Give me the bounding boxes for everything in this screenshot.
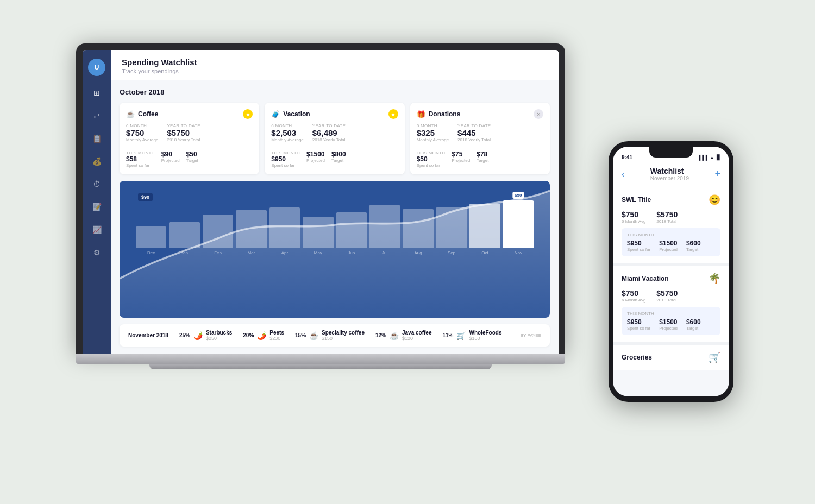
miami-spent-label: Spent so far [627, 326, 650, 331]
miami-total-value: $5750 [656, 289, 678, 298]
bar-apr-label: Apr [281, 250, 288, 255]
add-button[interactable]: + [714, 168, 720, 180]
swl-target: $600 Target [686, 240, 701, 252]
phone-notch [649, 147, 693, 158]
miami-target: $600 Target [686, 318, 701, 331]
payee-java: 12% ☕ Java coffee $120 [375, 330, 432, 341]
donations-6month-label: 6 MONTH [417, 123, 449, 128]
donations-spent-value: $50 [417, 155, 446, 163]
bar-jan-fill [169, 222, 199, 248]
swl-6month-label: 6 Month Avg [622, 219, 645, 224]
payee-starbucks: 25% 🌶️ Starbucks $250 [179, 330, 232, 341]
bar-sep-label: Sep [448, 250, 455, 255]
sidebar-icon-dashboard[interactable]: ⊞ [91, 87, 103, 99]
miami-target-value: $600 [686, 318, 701, 326]
bar-jul: Jul [369, 205, 400, 255]
card-coffee: ☕ Coffee ★ 6 MONTH $750 Monthl [120, 103, 259, 174]
card-coffee-stats: 6 MONTH $750 Monthly Average YEAR TO DAT… [126, 123, 253, 142]
payee-wholefoods: 11% 🛒 WholeFoods $100 [442, 330, 501, 341]
bar-nov: $50 Nov [503, 200, 534, 255]
vacation-6month: 6 MONTH $2,503 Monthly Average [271, 123, 303, 142]
bar-jun: Jun [336, 212, 367, 255]
bar-jun-label: Jun [348, 250, 355, 255]
chart-tooltip: $90 [138, 193, 153, 201]
card-vacation-title-row: 🧳 Vacation [271, 110, 310, 118]
miami-projected: $1500 Projected [659, 318, 678, 331]
coffee-spent-label: Spent so far [126, 163, 155, 168]
groceries-emoji: 🛒 [709, 351, 720, 363]
miami-6month-value: $750 [622, 289, 645, 298]
speciality-info: Speciality coffee $150 [322, 330, 365, 341]
card-donations-title-row: 🎁 Donations [417, 110, 461, 118]
swl-month-values: $950 Spent so far $1500 Projected $600 T… [627, 240, 715, 252]
star-badge-coffee[interactable]: ★ [243, 109, 253, 119]
bar-sep: Sep [436, 207, 467, 255]
miami-this-month-label: This Month [627, 311, 715, 316]
speciality-name: Speciality coffee [322, 330, 365, 336]
sidebar-icon-watchlist[interactable]: ⏱ [91, 178, 103, 190]
card-donations: 🎁 Donations ✕ 6 MONTH $325 Mo [410, 103, 550, 174]
user-avatar[interactable]: U [88, 59, 105, 76]
bar-mar-label: Mar [248, 250, 255, 255]
card-donations-title: Donations [429, 110, 461, 118]
page-title: Spending Watchlist [122, 58, 548, 67]
sidebar-icon-reports[interactable]: 📋 [91, 133, 103, 144]
star-badge-vacation[interactable]: ★ [388, 109, 398, 119]
swl-total: $5750 2018 Total [656, 210, 678, 224]
bar-feb: Feb [203, 215, 233, 255]
phone-time: 9:41 [622, 154, 632, 160]
miami-6month: $750 6 Month Avg [622, 289, 645, 303]
wholefoods-pct: 11% [442, 332, 453, 338]
sidebar-icon-settings[interactable]: ⚙ [91, 247, 103, 259]
peets-pct: 20% [243, 332, 254, 338]
coffee-ytd: YEAR TO DATE $5750 2018 Yearly Total [167, 123, 200, 142]
bar-jun-fill [336, 212, 367, 248]
bar-mar: Mar [236, 210, 266, 255]
sidebar-icon-transactions[interactable]: ⇄ [91, 110, 103, 122]
bar-apr: Apr [269, 207, 300, 255]
vacation-ytd-label: YEAR TO DATE [312, 123, 346, 128]
phone-screen: 9:41 ▐▐▐ ▲ ▊ ‹ Watchlist November 2019 + [613, 147, 729, 396]
bar-may-label: May [314, 250, 322, 255]
wholefoods-info: WholeFoods $100 [469, 330, 501, 341]
vacation-spent-label: Spent so far [271, 163, 300, 168]
starbucks-name: Starbucks [206, 330, 232, 336]
java-pct: 12% [375, 332, 386, 338]
swl-projected: $1500 Projected [659, 240, 678, 252]
vacation-spent: THIS MONTH $950 Spent so far [271, 150, 300, 168]
miami-6month-label: 6 Month Avg [622, 298, 645, 303]
bar-nov-label: Nov [515, 250, 522, 255]
donations-projected-label: Projected [452, 158, 470, 163]
close-badge-donations[interactable]: ✕ [534, 109, 543, 119]
miami-month-values: $950 Spent so far $1500 Projected $600 T… [627, 318, 715, 331]
donations-target: $78 Target [477, 150, 488, 168]
swl-title: SWL Title [622, 196, 651, 204]
phone-title: Watchlist [650, 167, 689, 175]
donations-6month: 6 MONTH $325 Monthly Average [417, 123, 449, 142]
java-icon: ☕ [390, 331, 399, 340]
card-coffee-title-row: ☕ Coffee [126, 110, 158, 118]
coffee-spent-value: $58 [126, 155, 155, 163]
swl-this-month: This Month $950 Spent so far $1500 Proje… [622, 228, 720, 256]
miami-spent-value: $950 [627, 318, 650, 326]
coffee-target: $50 Target [186, 150, 198, 168]
vacation-6month-value: $2,503 [271, 128, 303, 137]
bar-sep-fill [436, 207, 467, 248]
vacation-ytd: YEAR TO DATE $6,489 2018 Yearly Total [312, 123, 346, 142]
phone-section-groceries: Groceries 🛒 [613, 345, 729, 370]
payee-section-title: November 2018 [128, 332, 168, 338]
sidebar-icon-notes[interactable]: 📝 [91, 201, 103, 213]
coffee-target-value: $50 [186, 150, 198, 158]
wifi-icon: ▲ [710, 155, 714, 160]
laptop-base [76, 354, 565, 364]
miami-projected-label: Projected [659, 326, 678, 331]
sidebar-icon-charts[interactable]: 📈 [91, 224, 103, 236]
miami-this-month: This Month $950 Spent so far $1500 Proje… [622, 307, 720, 335]
wholefoods-icon: 🛒 [456, 331, 466, 340]
swl-6month: $750 6 Month Avg [622, 210, 645, 224]
back-button[interactable]: ‹ [622, 169, 624, 179]
coffee-target-label: Target [186, 158, 198, 163]
card-coffee-divider [126, 147, 253, 147]
main-content: Spending Watchlist Track your spendings … [111, 50, 559, 354]
sidebar-icon-budget[interactable]: 💰 [91, 155, 103, 167]
